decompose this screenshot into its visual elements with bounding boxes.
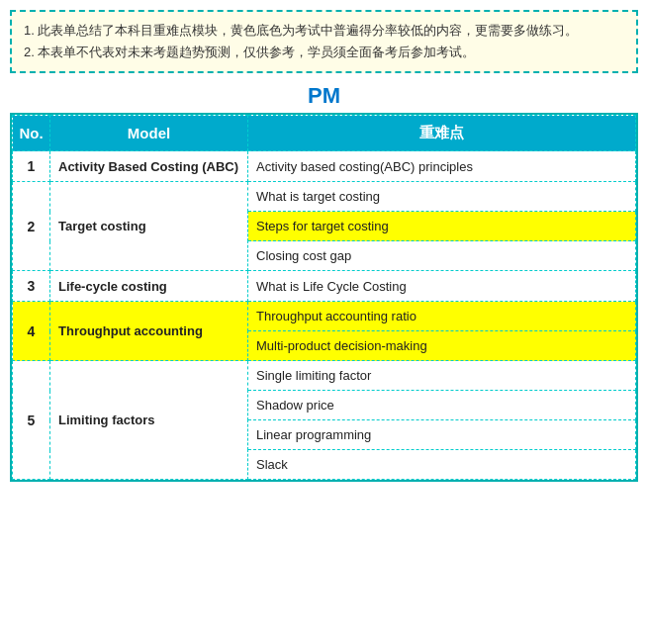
row-point: Linear programming xyxy=(248,420,636,450)
table-row: 3Life-cycle costingWhat is Life Cycle Co… xyxy=(13,271,636,302)
table-header-row: No. Model 重难点 xyxy=(13,116,636,151)
row-model: Limiting factors xyxy=(50,361,248,480)
row-point: Closing cost gap xyxy=(248,241,636,271)
col-model-header: Model xyxy=(50,116,248,151)
page-title: PM xyxy=(0,83,648,109)
row-no: 5 xyxy=(13,361,50,480)
row-no: 2 xyxy=(13,182,50,271)
table-row: 5Limiting factorsSingle limiting factor xyxy=(13,361,636,391)
row-point: Slack xyxy=(248,450,636,480)
row-no: 1 xyxy=(13,151,50,182)
col-point-header: 重难点 xyxy=(248,116,636,151)
main-table: No. Model 重难点 1Activity Based Costing (A… xyxy=(12,115,636,480)
row-point: What is target costing xyxy=(248,182,636,212)
main-table-wrapper: No. Model 重难点 1Activity Based Costing (A… xyxy=(10,113,638,482)
notice-box: 1. 此表单总结了本科目重难点模块，黄色底色为考试中普遍得分率较低的内容，更需要… xyxy=(10,10,638,73)
row-point: What is Life Cycle Costing xyxy=(248,271,636,302)
row-point: Activity based costing(ABC) principles xyxy=(248,151,636,182)
row-model: Throughput accounting xyxy=(50,302,248,361)
row-no: 3 xyxy=(13,271,50,302)
table-row: 4Throughput accountingThroughput account… xyxy=(13,302,636,331)
row-model: Life-cycle costing xyxy=(50,271,248,302)
row-point: Multi-product decision-making xyxy=(248,331,636,361)
row-point: Throughput accounting ratio xyxy=(248,302,636,331)
row-point: Shadow price xyxy=(248,391,636,420)
row-no: 4 xyxy=(13,302,50,361)
notice-line1: 1. 此表单总结了本科目重难点模块，黄色底色为考试中普遍得分率较低的内容，更需要… xyxy=(24,20,624,42)
row-model: Activity Based Costing (ABC) xyxy=(50,151,248,182)
col-no-header: No. xyxy=(13,116,50,151)
row-point: Steps for target costing xyxy=(248,212,636,241)
table-row: 1Activity Based Costing (ABC)Activity ba… xyxy=(13,151,636,182)
row-point: Single limiting factor xyxy=(248,361,636,391)
table-row: 2Target costingWhat is target costing xyxy=(13,182,636,212)
row-model: Target costing xyxy=(50,182,248,271)
notice-line2: 2. 本表单不代表对未来考题趋势预测，仅供参考，学员须全面备考后参加考试。 xyxy=(24,42,624,63)
